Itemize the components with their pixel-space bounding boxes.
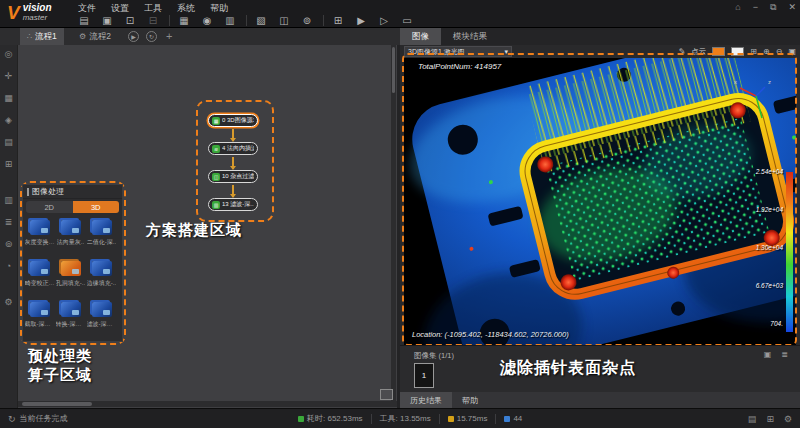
home-icon[interactable]: ⌂ [735,2,740,13]
viewport-annotation-box [402,53,797,346]
run-flow-icon[interactable]: ▶ [128,31,139,42]
operator-normal-gray[interactable]: 法向量灰.. [55,217,86,258]
operator-filter-depth[interactable]: 滤波-深度图 [86,299,117,340]
node-label: 4 法向内插滤.. [222,144,254,153]
strip-list-icon[interactable]: ≣ [781,350,788,359]
node-label: 13 滤波-深.. [222,200,254,209]
canvas-horizontal-scrollbar[interactable] [18,401,397,407]
operator-crop-depth[interactable]: 截取-深度图 [24,299,55,340]
menu-icon[interactable]: ≣ [5,217,13,239]
grid-icon[interactable]: ⊞ [5,159,13,181]
close-icon[interactable]: ✕ [788,2,796,13]
run-once-icon[interactable]: ▶ [353,15,369,26]
node-icon: ◫ [212,173,220,181]
clock-icon[interactable]: ◔ [6,261,11,283]
operator-grid: 灰度变换-深.. 法向量灰.. 二值化-深.. 畸变校正-深.. [23,215,122,342]
canvas-vertical-scrollbar[interactable] [391,45,396,401]
operator-label: 法向量灰.. [57,238,84,247]
node-icon: ≋ [212,145,220,153]
dimension-tabs: 2D 3D [26,201,119,213]
operator-binarize[interactable]: 二值化-深.. [86,217,117,258]
viewport-annotation-label: 滤除插针表面杂点 [500,358,636,379]
image-icon[interactable]: ▦ [4,93,13,115]
export-icon[interactable]: ⊡ [122,15,138,26]
titlebar: V vision master 文件 设置 工具 系统 帮助 ▤ ▣ ⊡ ⊟ ▦… [0,0,800,28]
shapes-icon[interactable]: ◈ [5,115,12,137]
tab-module-result[interactable]: 模块结果 [441,28,499,45]
flow-canvas[interactable]: ▦ 0 3D图像源1 ≋ 4 法向内插滤.. ◫ 10 杂点过滤.. ▥ 13 … [18,45,397,408]
run-continuous-icon[interactable]: ▷ [376,15,392,26]
left-sidebar: ◎ ✛ ▦ ◈ ▤ ⊞ ▥ ≣ ⊚ ◔ ⚙ [0,45,18,408]
tab-flow2[interactable]: ⚙ 流程2 [72,28,118,45]
operator-label: 二值化-深.. [87,238,116,247]
operator-label: 孔洞填充-.. [56,279,85,288]
elapsed-time: 耗时: 652.53ms [307,413,363,424]
operator-convert-depth[interactable]: 转换-深度图 [55,299,86,340]
operator-thumbnail-icon [61,302,81,317]
window-layout-icon[interactable]: ⊞ [330,15,346,26]
data-icon[interactable]: ▧ [253,15,269,26]
annotation-line1: 预处理类 [28,346,92,365]
operator-edge-fill[interactable]: 边缘填充-.. [86,258,117,299]
operator-gray-transform[interactable]: 灰度变换-深.. [24,217,55,258]
restore-icon[interactable]: ⧉ [770,2,776,13]
tab-image[interactable]: 图像 [400,28,441,45]
tab-3d[interactable]: 3D [73,201,120,213]
minimize-icon[interactable]: − [753,2,758,13]
operator-thumbnail-icon [61,220,81,235]
module-icon[interactable]: ◫ [276,15,292,26]
gear-icon[interactable]: ⚙ [784,414,792,424]
flow-node-outlier-filter[interactable]: ◫ 10 杂点过滤.. [208,170,258,183]
operator-distortion-correct[interactable]: 畸变校正-深.. [24,258,55,299]
operator-hole-fill[interactable]: 孔洞填充-.. [55,258,86,299]
list-icon[interactable]: ▤ [4,137,13,159]
barcode-icon[interactable]: ▥ [4,195,13,217]
node-icon: ▦ [212,117,220,125]
flow-node-image-source[interactable]: ▦ 0 3D图像源1 [208,114,258,127]
tab-flow1-label: 流程1 [35,31,57,43]
result-tab-row: 图像 模块结果 [400,28,800,45]
save-icon[interactable]: ▤ [76,15,92,26]
loop-flow-icon[interactable]: ↻ [146,31,157,42]
statusbar: ↻ 当前任务完成 耗时: 652.53ms 工具: 13.55ms 15.75m… [0,408,800,428]
run-count: 44 [513,414,522,423]
operator-thumbnail-icon [92,261,112,276]
flow-node-normal-interp[interactable]: ≋ 4 法向内插滤.. [208,142,258,155]
network-icon[interactable]: ⊚ [5,239,13,261]
open-icon[interactable]: ▣ [99,15,115,26]
add-flow-button[interactable]: + [166,30,172,42]
tab-help[interactable]: 帮助 [452,392,488,408]
operator-label: 滤波-深度图 [87,320,117,329]
camera-lens-icon[interactable]: ◎ [5,49,13,71]
flow-icon: ∴ [27,32,32,41]
annotation-line2: 算子区域 [28,365,92,384]
tab-flow2-label: 流程2 [89,31,111,43]
image-thumbnail[interactable]: 1 [414,363,434,388]
visionmaster-window: V vision master 文件 设置 工具 系统 帮助 ▤ ▣ ⊡ ⊟ ▦… [0,0,800,428]
tab-2d[interactable]: 2D [26,201,73,213]
tab-history-results[interactable]: 历史结果 [400,392,452,408]
minimap-toggle[interactable] [380,389,393,400]
image-icon[interactable]: ▦ [176,15,192,26]
logo-text-vision: vision [23,3,52,13]
communication-icon[interactable]: ⊚ [299,15,315,26]
settings-icon[interactable]: ⚙ [4,297,12,319]
strip-layout-icon[interactable]: ▣ [764,350,772,359]
camera-icon[interactable]: ◉ [199,15,215,26]
operator-label: 截取-深度图 [25,320,55,329]
node-icon: ▥ [212,201,220,209]
barcode-icon[interactable]: ▥ [222,15,238,26]
result-panel: 3D图像源1.激光图 ▾ ✎ 点云 ⊞ ⊕ ⊖ ▣ [400,45,800,408]
node-label: 10 杂点过滤.. [222,172,254,181]
format-icon[interactable]: ▭ [399,15,415,26]
window-controls: ⌂ − ⧉ ✕ [735,2,796,13]
panel-title: 图像处理 [32,186,64,197]
crosshair-icon[interactable]: ✛ [5,71,13,93]
flow-node-depth-filter[interactable]: ▥ 13 滤波-深.. [208,198,258,211]
wrench-icon: ⚙ [79,32,86,41]
operator-thumbnail-icon [61,261,81,276]
tab-flow1[interactable]: ∴ 流程1 [20,28,64,45]
log-icon[interactable]: ▤ [748,414,757,424]
layout-icon[interactable]: ⊞ [766,414,774,424]
import-icon[interactable]: ⊟ [145,15,161,26]
